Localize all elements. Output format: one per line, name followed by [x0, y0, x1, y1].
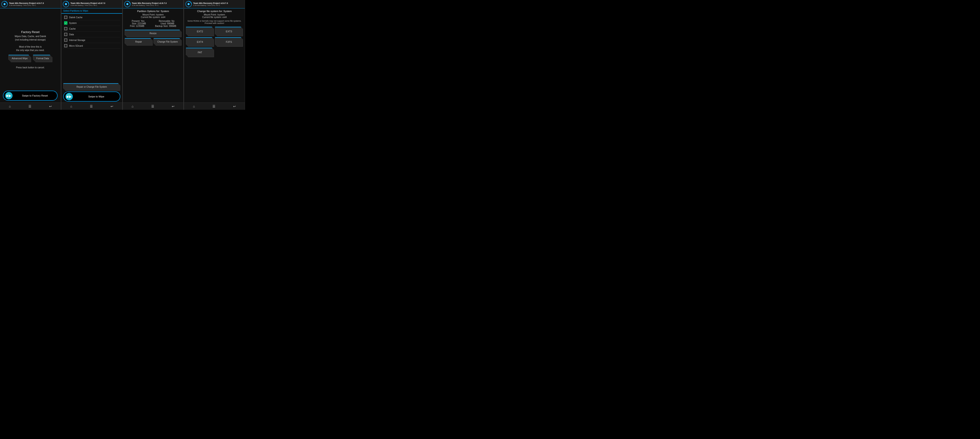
change-fs-warning: Some ROMs or kernels may not support som…	[186, 20, 243, 24]
home-icon-panel2[interactable]: ⌂	[70, 104, 72, 108]
ext4-button[interactable]: EXT4	[186, 37, 214, 47]
header-panel2: Team Win Recovery Project v2.8.7.3 3:34 …	[61, 0, 122, 8]
change-fs-mount-point: Mount Point: /system	[186, 13, 243, 16]
advanced-wipe-button[interactable]: Advanced Wipe	[8, 55, 31, 62]
swipe-wipe-label: Swipe to Wipe	[75, 95, 118, 98]
factory-reset-note1: Most of the time this is	[19, 46, 41, 48]
panel-factory-reset: Team Win Recovery Project v2.8.7.3 3:34 …	[0, 0, 61, 110]
swipe-factory-reset-container: ▶▶ Swipe to Factory Reset	[3, 91, 57, 101]
panel-advanced-wipe: Team Win Recovery Project v2.8.7.3 3:34 …	[61, 0, 123, 110]
header-status-panel1: 3:34 AM Battery: 74% CPU: 45 C	[9, 4, 44, 6]
swipe-factory-reset-label: Swipe to Factory Reset	[14, 94, 55, 97]
header-info-panel2: Team Win Recovery Project v2.8.7.3 3:34 …	[70, 2, 105, 6]
menu-icon-panel3[interactable]: ☰	[151, 104, 154, 108]
header-info-panel4: Team Win Recovery Project v2.8.7.3 3:34 …	[193, 2, 228, 6]
header-info-panel3: Team Win Recovery Project v2.8.7.3 3:34 …	[132, 2, 167, 6]
navbar-panel4: ⌂ ☰ ↩	[184, 102, 245, 110]
menu-icon-panel2[interactable]: ☰	[90, 104, 93, 108]
header-title-panel1: Team Win Recovery Project v2.8.7.3	[9, 2, 44, 4]
svg-point-3	[4, 4, 5, 5]
checkbox-internal-storage[interactable]	[64, 38, 67, 42]
repair-button[interactable]: Repair	[125, 38, 153, 46]
partition-dalvik[interactable]: Dalvik Cache	[63, 14, 120, 20]
checkbox-dalvik[interactable]	[64, 16, 67, 19]
swipe-factory-reset-button[interactable]: ▶▶ Swipe to Factory Reset	[3, 91, 57, 101]
partition-dalvik-label: Dalvik Cache	[69, 16, 83, 19]
swipe-wipe-icon: ▶▶	[65, 93, 73, 100]
back-icon-panel4[interactable]: ↩	[233, 104, 236, 108]
svg-point-15	[188, 4, 189, 5]
partition-stats-row3: Free: 1235MB Backup Size: 996MB	[125, 25, 182, 27]
partition-data-label: Data	[69, 33, 74, 36]
stat-backup-size: Backup Size: 996MB	[155, 25, 176, 27]
checkbox-cache[interactable]	[64, 27, 67, 30]
checkbox-micro-sdcard[interactable]	[64, 44, 67, 47]
ext2-button[interactable]: EXT2	[186, 27, 214, 36]
partition-current-fs: Current file system: ext4	[125, 16, 182, 18]
back-icon-panel1[interactable]: ↩	[49, 104, 52, 108]
twrp-logo-3	[124, 1, 130, 7]
stat-free: Free: 1235MB	[130, 25, 144, 27]
partition-options-title: Partition Options for: System	[125, 10, 182, 13]
factory-reset-title: Factory Reset	[21, 30, 40, 34]
back-icon-panel2[interactable]: ↩	[111, 104, 113, 108]
partition-options-info: Partition Options for: System Mount Poin…	[123, 8, 184, 29]
menu-icon-panel4[interactable]: ☰	[212, 104, 215, 108]
stat-size: Size: 2231MB	[132, 22, 146, 25]
swipe-factory-reset-icon: ▶▶	[5, 92, 13, 99]
header-status-panel2: 3:34 AM Battery: 74% CPU: 46 C	[70, 4, 105, 6]
partition-internal-storage-label: Internal Storage	[69, 39, 85, 42]
back-icon-panel3[interactable]: ↩	[172, 104, 175, 108]
panel-change-file-system: Team Win Recovery Project v2.8.7.3 3:34 …	[184, 0, 245, 110]
partition-micro-sdcard[interactable]: Micro SDcard	[63, 43, 120, 49]
header-panel4: Team Win Recovery Project v2.8.7.3 3:34 …	[184, 0, 245, 8]
change-file-system-button[interactable]: Change File System	[154, 38, 181, 46]
change-fs-title: Change file system for: System	[186, 10, 243, 13]
twrp-logo	[2, 1, 8, 7]
menu-icon-panel1[interactable]: ☰	[29, 104, 32, 108]
stat-removable: Removable: No	[159, 20, 175, 22]
f2fs-button[interactable]: F2FS	[215, 37, 243, 47]
home-icon-panel3[interactable]: ⌂	[132, 104, 133, 108]
partition-data[interactable]: Data	[63, 32, 120, 37]
header-status-panel3: 3:34 AM Battery: 74% CPU: 47 C	[132, 4, 167, 6]
factory-reset-sub2: (not including internal storage)	[15, 38, 46, 41]
checkbox-data[interactable]	[64, 33, 67, 36]
factory-reset-btn-row: Advanced Wipe Format Data	[8, 55, 52, 62]
panel-partition-options: Team Win Recovery Project v2.8.7.3 3:34 …	[123, 0, 184, 110]
partition-micro-sdcard-label: Micro SDcard	[69, 45, 83, 47]
partition-system-label: System	[69, 22, 77, 24]
partition-stats-row2: Size: 2231MB Used: 996MB	[125, 22, 182, 25]
twrp-logo-2	[63, 1, 69, 7]
twrp-logo-4	[185, 1, 192, 7]
partition-options-buttons: Resize Repair Change File System	[123, 29, 184, 46]
swipe-wipe-button[interactable]: ▶▶ Swipe to Wipe	[63, 91, 120, 102]
partition-internal-storage[interactable]: Internal Storage	[63, 37, 120, 43]
cancel-text: Press back button to cancel.	[16, 66, 45, 69]
partition-cache-label: Cache	[69, 27, 76, 30]
partition-cache[interactable]: Cache	[63, 26, 120, 32]
change-fs-current: Current file system: ext4	[186, 16, 243, 18]
fat-button[interactable]: FAT	[186, 48, 214, 57]
partition-system[interactable]: ✓ System	[63, 20, 120, 26]
navbar-panel3: ⌂ ☰ ↩	[123, 102, 184, 110]
repair-change-fs-button[interactable]: Repair or Change File System	[63, 83, 120, 91]
header-panel1: Team Win Recovery Project v2.8.7.3 3:34 …	[0, 0, 61, 8]
resize-button[interactable]: Resize	[125, 30, 182, 37]
stat-used: Used: 996MB	[161, 22, 175, 25]
format-data-button[interactable]: Format Data	[33, 55, 52, 62]
home-icon-panel4[interactable]: ⌂	[193, 104, 195, 108]
change-fs-info: Change file system for: System Mount Poi…	[184, 8, 245, 26]
header-title-panel4: Team Win Recovery Project v2.8.7.3	[193, 2, 228, 4]
checkbox-system[interactable]: ✓	[64, 21, 67, 25]
header-panel3: Team Win Recovery Project v2.8.7.3 3:34 …	[123, 0, 184, 8]
swipe-wipe-container: ▶▶ Swipe to Wipe	[63, 91, 120, 102]
header-title-panel2: Team Win Recovery Project v2.8.7.3	[70, 2, 105, 4]
panel2-bottom: Repair or Change File System ▶▶ Swipe to…	[61, 82, 122, 102]
factory-reset-note2: the only wipe that you need.	[16, 49, 45, 51]
home-icon-panel1[interactable]: ⌂	[9, 104, 11, 108]
ext3-button[interactable]: EXT3	[215, 27, 243, 36]
header-title-panel3: Team Win Recovery Project v2.8.7.3	[132, 2, 167, 4]
select-partitions-header: Select Partitions to Wipe:	[61, 8, 122, 14]
factory-reset-sub1: Wipes Data, Cache, and Dalvik	[14, 35, 46, 38]
